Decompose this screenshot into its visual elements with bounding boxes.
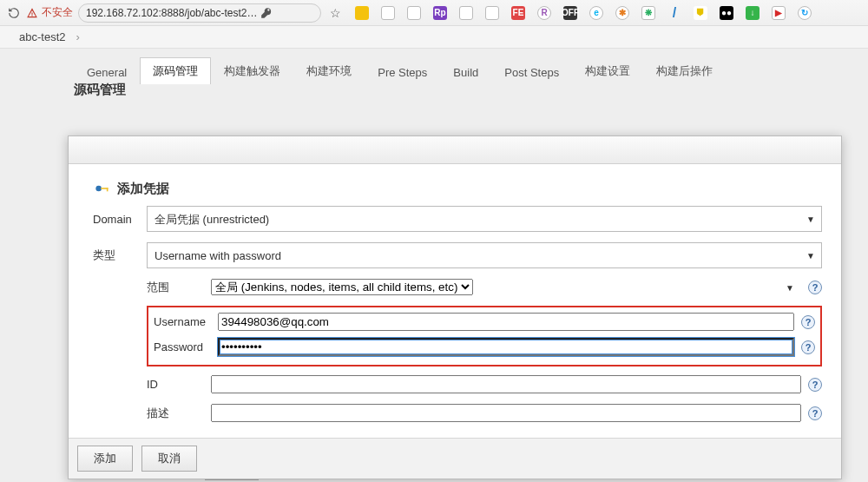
star-icon[interactable]: ☆ [330, 6, 341, 20]
extension-chips: Rp FE R OFF e ✱ ❋ / ⛊ ●● ↓ ▶ ↻ [355, 6, 861, 20]
chevron-down-icon: ▼ [786, 282, 794, 292]
domain-label: Domain [93, 213, 138, 226]
row-password: Password ? [154, 338, 815, 356]
section-title: 源码管理 [74, 82, 126, 98]
ext-icon[interactable]: ⛊ [694, 6, 707, 20]
breadcrumb: abc-test2 › [0, 26, 868, 49]
dialog-footer: 添加 取消 [69, 438, 841, 479]
scope-select[interactable]: 全局 (Jenkins, nodes, items, all child ite… [211, 279, 473, 295]
help-icon[interactable]: ? [808, 281, 822, 294]
ext-icon[interactable]: FE [511, 6, 525, 20]
ext-icon[interactable] [355, 6, 369, 20]
row-id: ID ? [147, 375, 822, 393]
dialog-title-text: 添加凭据 [117, 181, 169, 197]
ext-icon[interactable] [381, 6, 395, 20]
insecure-badge: 不安全 [26, 5, 73, 20]
row-username: Username ? [154, 313, 815, 331]
ext-icon[interactable] [407, 6, 421, 20]
help-icon[interactable]: ? [801, 315, 815, 329]
ext-icon[interactable]: / [667, 6, 681, 20]
tab-triggers[interactable]: 构建触发器 [211, 57, 293, 84]
ext-icon[interactable]: Rp [433, 6, 447, 20]
help-icon[interactable]: ? [808, 406, 822, 420]
ext-icon[interactable]: e [589, 6, 603, 20]
password-label: Password [154, 340, 213, 353]
ext-icon[interactable]: ✱ [615, 6, 629, 20]
tab-post-steps[interactable]: Post Steps [491, 60, 572, 84]
password-input[interactable] [218, 338, 794, 356]
omnibox-url: 192.168.72.102:8888/job/abc-test2… [86, 7, 257, 19]
add-credentials-dialog: 添加凭据 Domain 全局凭据 (unrestricted) ▼ 类型 [68, 135, 842, 479]
help-icon[interactable]: ? [808, 378, 822, 392]
key-icon [260, 7, 273, 19]
id-input[interactable] [211, 375, 801, 393]
breadcrumb-item[interactable]: abc-test2 [19, 30, 65, 43]
id-label: ID [147, 378, 206, 391]
tab-build-settings[interactable]: 构建设置 [572, 57, 643, 84]
reload-icon[interactable] [7, 6, 21, 20]
tab-build[interactable]: Build [440, 60, 491, 84]
row-desc: 描述 ? [147, 404, 822, 422]
ext-icon[interactable]: ↻ [798, 6, 812, 20]
breadcrumb-sep: › [76, 30, 79, 43]
username-input[interactable] [218, 313, 794, 331]
help-icon[interactable]: ? [801, 340, 815, 354]
config-tabs: General 源码管理 构建触发器 构建环境 Pre Steps Build … [74, 57, 726, 84]
ext-icon[interactable]: ❋ [641, 6, 655, 20]
type-select[interactable]: Username with password [147, 242, 822, 268]
dialog-titlebar[interactable] [69, 136, 841, 164]
scope-label: 范围 [147, 280, 206, 295]
domain-select[interactable]: 全局凭据 (unrestricted) [147, 206, 822, 232]
omnibox[interactable]: 192.168.72.102:8888/job/abc-test2… [78, 3, 321, 23]
browser-chrome: 不安全 192.168.72.102:8888/job/abc-test2… ☆… [0, 0, 868, 26]
cancel-button[interactable]: 取消 [141, 446, 197, 472]
add-button[interactable]: 添加 [77, 446, 133, 472]
desc-input[interactable] [211, 404, 801, 422]
row-domain: Domain 全局凭据 (unrestricted) ▼ [93, 206, 822, 232]
tab-build-env[interactable]: 构建环境 [293, 57, 365, 84]
ext-icon[interactable]: OFF [563, 6, 577, 20]
svg-rect-2 [107, 188, 108, 191]
ext-icon[interactable]: ●● [720, 6, 733, 20]
key-icon [93, 180, 110, 197]
row-scope: 范围 全局 (Jenkins, nodes, items, all child … [147, 279, 822, 295]
svg-point-0 [95, 186, 102, 192]
row-type: 类型 Username with password ▼ [93, 242, 822, 268]
ext-icon[interactable]: ↓ [746, 6, 760, 20]
ext-icon[interactable] [459, 6, 473, 20]
desc-label: 描述 [147, 406, 206, 421]
ext-icon[interactable]: R [537, 6, 551, 20]
tab-scm[interactable]: 源码管理 [140, 57, 211, 84]
username-label: Username [154, 315, 213, 328]
tab-post-build[interactable]: 构建后操作 [643, 57, 726, 84]
tab-pre-steps[interactable]: Pre Steps [365, 60, 440, 84]
dialog-title: 添加凭据 [93, 180, 822, 197]
page-area: General 源码管理 构建触发器 构建环境 Pre Steps Build … [0, 49, 868, 482]
tab-general[interactable]: General [74, 60, 140, 84]
ext-icon[interactable] [485, 6, 499, 20]
insecure-label: 不安全 [42, 5, 73, 20]
ext-icon[interactable]: ▶ [772, 6, 786, 20]
credentials-highlight: Username ? Password ? [147, 306, 822, 366]
type-label: 类型 [93, 248, 138, 263]
